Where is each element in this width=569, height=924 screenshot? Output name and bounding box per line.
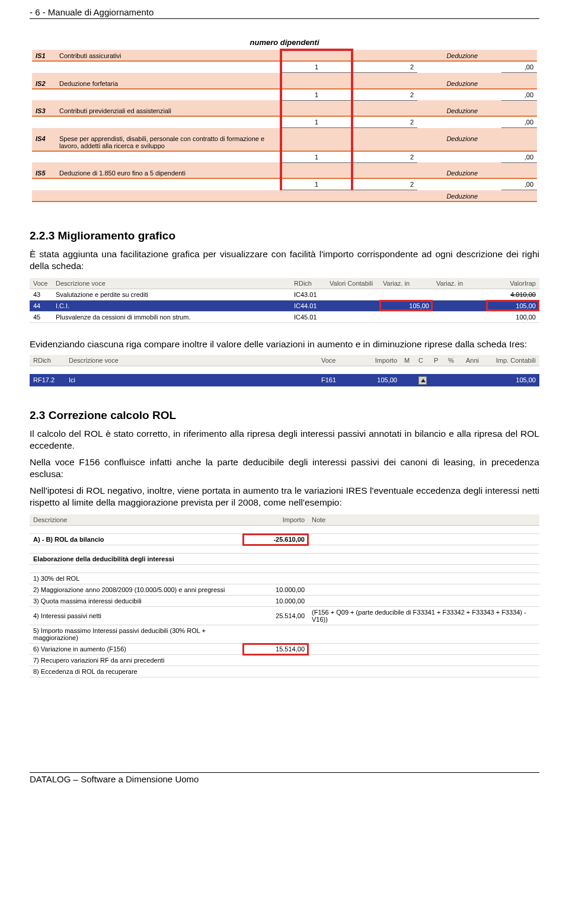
col-pct: % <box>445 355 462 366</box>
arrow-up-icon[interactable] <box>418 376 427 385</box>
cell-note <box>308 666 539 677</box>
table-row: 8) Eccedenza di ROL da recuperare <box>30 666 539 677</box>
cell-desc: I.C.I. <box>52 300 290 311</box>
page-footer: DATALOG – Software a Dimensione Uomo <box>30 772 539 784</box>
table-row: 1 2 ,00 <box>32 116 537 128</box>
is-num-val: 1 <box>281 116 352 128</box>
table-row <box>30 565 539 573</box>
is-table: numero dipendenti IS1 Contributi assicur… <box>30 49 539 207</box>
is-num-val: 1 <box>281 89 352 101</box>
section-23-title: 2.3 Correzione calcolo ROL <box>30 409 539 422</box>
is-code: IS5 <box>32 167 56 178</box>
cell-voce: 43 <box>30 289 52 300</box>
table-row: 7) Recupero variazioni RF da anni preced… <box>30 655 539 666</box>
cell-virap: 100,00 <box>486 311 539 322</box>
table-row: 4) Interessi passivi netti 25.514,00 (F1… <box>30 607 539 625</box>
is-desc: Spese per apprendisti, disabili, persona… <box>56 133 281 151</box>
deduzione-label: Deduzione <box>417 167 501 178</box>
col-p: P <box>430 355 445 366</box>
rol-table: Descrizione Importo Note A) - B) ROL da … <box>30 514 539 677</box>
table-row-selected[interactable]: 44 I.C.I. IC44.01 105,00 105,00 <box>30 300 539 311</box>
cell-note <box>308 584 539 596</box>
cell-importo: 10.000,00 <box>243 584 308 596</box>
table-row[interactable]: 43 Svalutazione e perdite su crediti IC4… <box>30 289 539 300</box>
section-223-title: 2.2.3 Miglioramento grafico <box>30 229 539 242</box>
cell-rd: IC45.01 <box>290 311 326 322</box>
cell-desc: 8) Eccedenza di ROL da recuperare <box>30 666 243 677</box>
col-c: C <box>415 355 430 366</box>
table-row: IS3 Contributi previdenziali ed assisten… <box>32 105 537 116</box>
is-num <box>281 50 352 61</box>
table-row: IS4 Spese per apprendisti, disabili, per… <box>32 133 537 151</box>
cell-desc: Ici <box>65 374 318 386</box>
cell-importo-highlight: -25.610,00 <box>243 534 308 545</box>
is-table-col-header: numero dipendenti <box>250 38 319 47</box>
cell-vcont <box>326 300 379 311</box>
is-amount: ,00 <box>501 116 537 128</box>
col-desc: Descrizione <box>30 514 243 526</box>
is-num-val: 1 <box>281 151 352 163</box>
cell-note <box>308 644 539 655</box>
section-223-para: È stata aggiunta una facilitazione grafi… <box>30 248 539 272</box>
cell-rd: RF17.2 <box>30 374 65 386</box>
rol-ab-row: A) - B) ROL da bilancio -25.610,00 <box>30 534 539 545</box>
cell-desc: 6) Variazione in aumento (F156) <box>30 644 243 655</box>
cell-note <box>308 655 539 666</box>
table-row-selected[interactable]: RF17.2 Ici F161 105,00 105,00 <box>30 374 539 386</box>
is-code: IS2 <box>32 78 56 89</box>
col-m: M <box>401 355 415 366</box>
table-row: Deduzione <box>32 190 537 202</box>
is-d-val: 2 <box>352 178 417 190</box>
cell-desc: Plusvalenze da cessioni di immobili non … <box>52 311 290 322</box>
cell-vcont <box>326 289 379 300</box>
cell-desc: A) - B) ROL da bilancio <box>30 534 243 545</box>
cell-desc: 2) Maggiorazione anno 2008/2009 (10.000/… <box>30 584 243 596</box>
cell-importo: 25.514,00 <box>243 607 308 625</box>
cell-c <box>415 374 430 386</box>
col-anni: Anni <box>462 355 486 366</box>
cell-v2 <box>433 311 486 322</box>
col-importo: Importo <box>243 514 308 526</box>
cell-desc: 1) 30% del ROL <box>30 573 243 584</box>
cell-v1-highlight: 105,00 <box>379 300 433 311</box>
is-desc: Contributi previdenziali ed assistenzial… <box>56 105 281 116</box>
is-num-val: 1 <box>281 178 352 190</box>
deduzione-label: Deduzione <box>417 50 501 61</box>
table-row: 1 2 ,00 <box>32 89 537 101</box>
cell-importo <box>243 655 308 666</box>
cell-note <box>308 625 539 644</box>
cell-v1 <box>379 311 433 322</box>
cell-anni <box>462 374 486 386</box>
cell-importo-highlight: 15.514,00 <box>243 644 308 655</box>
col-varin1: Variaz. in <box>379 278 433 289</box>
is-desc: Deduzione forfetaria <box>56 78 281 89</box>
cell-note: (F156 + Q09 + (parte deducibile di F3334… <box>308 607 539 625</box>
cell-desc: Svalutazione e perdite su crediti <box>52 289 290 300</box>
table-row <box>30 526 539 534</box>
is-amount: ,00 <box>501 61 537 73</box>
is-d-val: 2 <box>352 61 417 73</box>
cell-desc: 4) Interessi passivi netti <box>30 607 243 625</box>
cell-rd: IC44.01 <box>290 300 326 311</box>
variation-table: Voce Descrizione voce RDich Valori Conta… <box>30 278 539 323</box>
table-row: 5) Importo massimo Interessi passivi ded… <box>30 625 539 644</box>
cell-voce: 44 <box>30 300 52 311</box>
cell-virap: 4.010,00 <box>486 289 539 300</box>
is-code: IS3 <box>32 105 56 116</box>
col-rdich: RDich <box>30 355 65 366</box>
table-row: 1) 30% del ROL <box>30 573 539 584</box>
cell-desc: 7) Recupero variazioni RF da anni preced… <box>30 655 243 666</box>
table-row[interactable]: 45 Plusvalenze da cessioni di immobili n… <box>30 311 539 322</box>
col-vcont: Valori Contabili <box>326 278 379 289</box>
deduzione-label: Deduzione <box>417 133 501 151</box>
cell-m <box>401 374 415 386</box>
section-23-p2: Nella voce F156 confluisce infatti anche… <box>30 456 539 480</box>
table-row: 2) Maggiorazione anno 2008/2009 (10.000/… <box>30 584 539 596</box>
cell-desc: 3) Quota massima interessi deducibili <box>30 596 243 607</box>
table-row: 3) Quota massima interessi deducibili 10… <box>30 596 539 607</box>
col-note: Note <box>308 514 539 526</box>
cell-importo <box>243 625 308 644</box>
is-desc: Deduzione di 1.850 euro fino a 5 dipende… <box>56 167 281 178</box>
is-d-val: 2 <box>352 151 417 163</box>
section-23-p3: Nell'ipotesi di ROL negativo, inoltre, v… <box>30 485 539 509</box>
